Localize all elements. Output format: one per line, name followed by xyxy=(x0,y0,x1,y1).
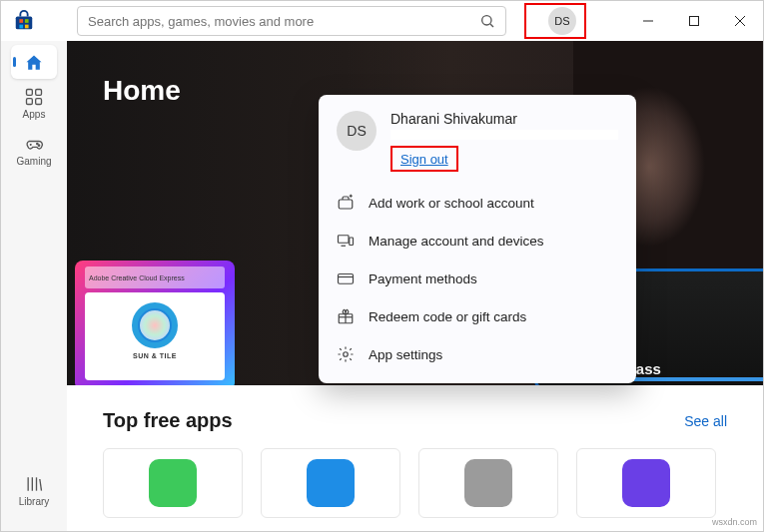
menu-label: Redeem code or gift cards xyxy=(369,309,526,324)
app-tile-icon xyxy=(622,459,670,507)
app-tile-icon xyxy=(464,459,512,507)
sidebar: Apps Gaming Library xyxy=(1,41,67,531)
app-card[interactable] xyxy=(418,448,558,518)
page-title: Home xyxy=(103,75,181,107)
account-header: DS Dharani Shivakumar Sign out xyxy=(319,111,636,184)
sign-out-link[interactable]: Sign out xyxy=(400,152,448,167)
menu-label: Manage account and devices xyxy=(369,234,544,249)
svg-rect-27 xyxy=(350,238,354,246)
library-icon xyxy=(24,474,44,494)
close-button[interactable] xyxy=(717,1,763,41)
app-card-row xyxy=(103,448,727,518)
see-all-link[interactable]: See all xyxy=(684,413,727,429)
svg-rect-11 xyxy=(27,90,33,96)
section-title: Top free apps xyxy=(103,409,233,432)
menu-label: App settings xyxy=(369,347,442,362)
home-icon xyxy=(24,53,44,73)
svg-line-22 xyxy=(40,479,42,491)
svg-rect-2 xyxy=(25,19,29,23)
avatar-highlight-box: DS xyxy=(524,3,586,39)
svg-rect-13 xyxy=(27,99,33,105)
nav-gaming[interactable]: Gaming xyxy=(11,126,57,173)
menu-label: Payment methods xyxy=(369,271,477,286)
sign-out-highlight-box: Sign out xyxy=(390,146,458,172)
maximize-button[interactable] xyxy=(671,1,717,41)
store-app-icon xyxy=(13,10,35,32)
nav-library-label: Library xyxy=(19,496,50,507)
nav-home[interactable] xyxy=(11,45,57,79)
promo-card-adobe[interactable]: Adobe Creative Cloud Express SUN & TILE xyxy=(75,261,235,385)
credit-card-icon xyxy=(337,269,355,287)
svg-rect-8 xyxy=(690,17,699,26)
app-card[interactable] xyxy=(261,448,400,518)
account-name: Dharani Shivakumar xyxy=(390,111,618,127)
gear-icon xyxy=(337,345,355,363)
user-avatar-button[interactable]: DS xyxy=(548,7,576,35)
svg-line-6 xyxy=(490,24,493,27)
app-window: DS Apps Gaming Library xyxy=(0,0,764,532)
account-dropdown-panel: DS Dharani Shivakumar Sign out Add work … xyxy=(319,95,636,383)
body: Apps Gaming Library Home TOMORROW WAR AM… xyxy=(1,41,763,531)
devices-icon xyxy=(337,232,355,250)
top-free-apps-section: Top free apps See all xyxy=(67,385,763,530)
promo-artwork-icon xyxy=(132,302,178,348)
app-card[interactable] xyxy=(103,448,243,518)
title-bar: DS xyxy=(1,1,763,41)
svg-rect-3 xyxy=(19,25,23,29)
menu-add-work-account[interactable]: Add work or school account xyxy=(319,184,636,222)
menu-payment-methods[interactable]: Payment methods xyxy=(319,260,636,297)
search-input[interactable] xyxy=(88,14,479,29)
svg-point-34 xyxy=(344,352,349,357)
account-email-redacted xyxy=(390,130,618,140)
svg-rect-23 xyxy=(339,200,353,209)
nav-gaming-label: Gaming xyxy=(16,156,51,167)
svg-rect-14 xyxy=(36,99,42,105)
apps-icon xyxy=(24,87,44,107)
menu-redeem-code[interactable]: Redeem code or gift cards xyxy=(319,297,636,335)
app-tile-icon xyxy=(149,459,197,507)
main-content: Home TOMORROW WAR AMAZON ORIGINAL TOM CL… xyxy=(67,41,763,531)
nav-apps[interactable]: Apps xyxy=(11,79,57,126)
svg-rect-12 xyxy=(36,90,42,96)
watermark: wsxdn.com xyxy=(712,517,757,527)
svg-point-18 xyxy=(38,145,39,146)
minimize-button[interactable] xyxy=(625,1,671,41)
app-tile-icon xyxy=(307,459,355,507)
promo-top-label: Adobe Creative Cloud Express xyxy=(85,266,225,288)
svg-point-17 xyxy=(37,143,38,144)
menu-label: Add work or school account xyxy=(369,196,534,211)
app-card[interactable] xyxy=(576,448,716,518)
gift-icon xyxy=(337,307,355,325)
svg-rect-29 xyxy=(339,274,354,284)
briefcase-plus-icon xyxy=(337,194,355,212)
search-box[interactable] xyxy=(77,6,506,36)
gaming-icon xyxy=(24,134,44,154)
svg-rect-26 xyxy=(339,236,350,244)
svg-rect-4 xyxy=(25,25,29,29)
promo-inner: SUN & TILE xyxy=(85,292,225,380)
account-avatar: DS xyxy=(337,111,377,151)
section-header: Top free apps See all xyxy=(103,409,727,432)
menu-app-settings[interactable]: App settings xyxy=(319,335,636,373)
search-icon[interactable] xyxy=(479,13,495,29)
promo-sub-label: SUN & TILE xyxy=(91,352,219,359)
svg-rect-0 xyxy=(16,16,33,29)
svg-point-5 xyxy=(482,16,491,25)
window-controls xyxy=(625,1,763,41)
nav-apps-label: Apps xyxy=(23,109,46,120)
menu-manage-account[interactable]: Manage account and devices xyxy=(319,222,636,260)
nav-library[interactable]: Library xyxy=(11,466,57,513)
svg-rect-1 xyxy=(19,19,23,23)
